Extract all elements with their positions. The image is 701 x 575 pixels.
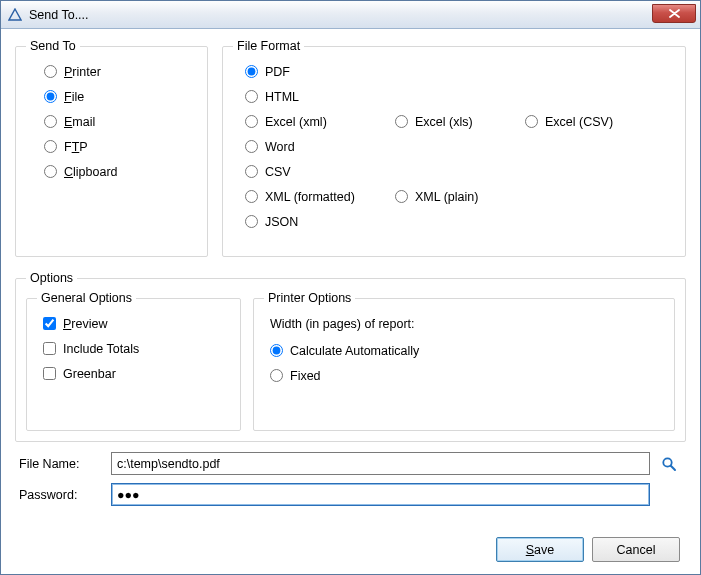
password-input[interactable]: [111, 483, 650, 506]
sendto-clipboard-radio[interactable]: [44, 165, 57, 178]
options-group: Options General Options Preview Include …: [15, 271, 686, 442]
send-to-dialog: Send To.... Send To Printer File: [0, 0, 701, 575]
format-html[interactable]: HTML: [245, 90, 395, 104]
format-xml-formatted[interactable]: XML (formatted): [245, 190, 395, 204]
browse-button[interactable]: [656, 453, 682, 475]
send-to-legend: Send To: [26, 39, 80, 53]
send-to-group: Send To Printer File Email: [15, 39, 208, 257]
password-row: Password:: [19, 483, 682, 506]
close-icon: [669, 9, 680, 18]
sendto-printer-radio[interactable]: [44, 65, 57, 78]
cancel-button[interactable]: Cancel: [592, 537, 680, 562]
window-title: Send To....: [29, 8, 89, 22]
general-options-group: General Options Preview Include Totals: [26, 291, 241, 431]
format-excel-xls[interactable]: Excel (xls): [395, 115, 525, 129]
app-icon: [7, 7, 23, 23]
printer-options-legend: Printer Options: [264, 291, 355, 305]
width-calc-auto[interactable]: Calculate Automatically: [270, 338, 664, 363]
file-name-row: File Name:: [19, 452, 682, 475]
file-name-label: File Name:: [19, 457, 111, 471]
save-button[interactable]: Save: [496, 537, 584, 562]
option-include-totals[interactable]: Include Totals: [43, 336, 230, 361]
general-options-legend: General Options: [37, 291, 136, 305]
button-row: Save Cancel: [15, 533, 686, 562]
format-csv[interactable]: CSV: [245, 165, 395, 179]
sendto-file-radio[interactable]: [44, 90, 57, 103]
sendto-email-radio[interactable]: [44, 115, 57, 128]
password-label: Password:: [19, 488, 111, 502]
options-legend: Options: [26, 271, 77, 285]
sendto-email[interactable]: Email: [44, 109, 197, 134]
sendto-ftp-radio[interactable]: [44, 140, 57, 153]
file-format-group: File Format PDF HTML: [222, 39, 686, 257]
dialog-content: Send To Printer File Email: [1, 29, 700, 574]
option-greenbar[interactable]: Greenbar: [43, 361, 230, 386]
format-xml-plain[interactable]: XML (plain): [395, 190, 545, 204]
close-button[interactable]: [652, 4, 696, 23]
sendto-file[interactable]: File: [44, 84, 197, 109]
svg-line-2: [671, 465, 675, 469]
width-label: Width (in pages) of report:: [270, 311, 664, 336]
search-icon: [661, 456, 677, 472]
width-fixed[interactable]: Fixed: [270, 363, 664, 388]
svg-marker-0: [9, 9, 21, 20]
sendto-printer[interactable]: Printer: [44, 59, 197, 84]
format-word[interactable]: Word: [245, 140, 395, 154]
sendto-clipboard[interactable]: Clipboard: [44, 159, 197, 184]
format-excel-csv[interactable]: Excel (CSV): [525, 115, 675, 129]
file-format-legend: File Format: [233, 39, 304, 53]
file-name-input[interactable]: [111, 452, 650, 475]
printer-options-group: Printer Options Width (in pages) of repo…: [253, 291, 675, 431]
format-excel-xml[interactable]: Excel (xml): [245, 115, 395, 129]
titlebar: Send To....: [1, 1, 700, 29]
sendto-ftp[interactable]: FTP: [44, 134, 197, 159]
option-preview[interactable]: Preview: [43, 311, 230, 336]
format-json[interactable]: JSON: [245, 215, 395, 229]
format-pdf[interactable]: PDF: [245, 65, 395, 79]
